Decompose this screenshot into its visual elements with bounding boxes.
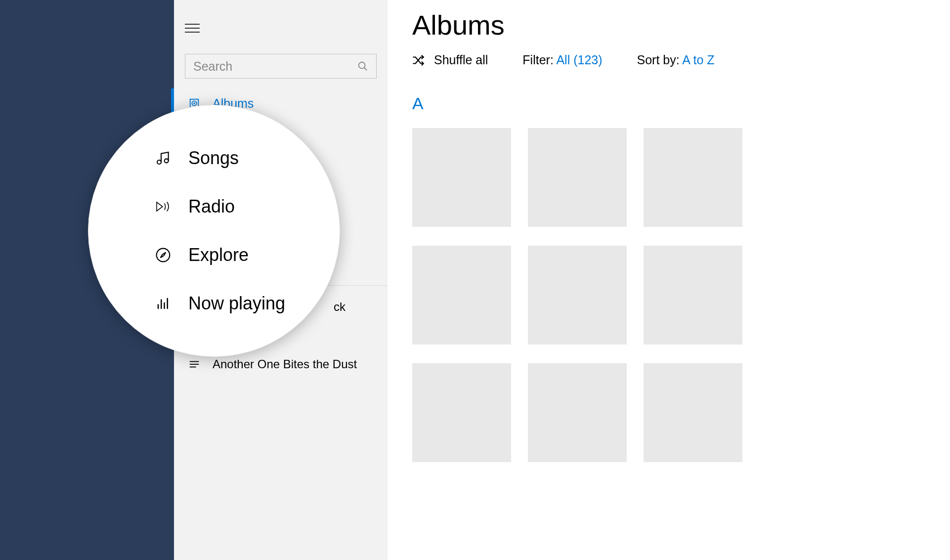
- svg-marker-15: [161, 253, 166, 258]
- svg-marker-13: [157, 202, 163, 211]
- alpha-section-header[interactable]: A: [412, 94, 950, 113]
- album-tile[interactable]: [644, 363, 742, 462]
- album-tile[interactable]: [412, 128, 511, 227]
- album-tile[interactable]: [644, 128, 742, 227]
- toolbar: Shuffle all Filter: All (123) Sort by: A…: [412, 53, 950, 67]
- magnifier-lens: Songs Radio Explore: [88, 105, 340, 357]
- lens-item-label: Songs: [188, 148, 239, 169]
- svg-point-12: [165, 159, 169, 163]
- playlist-label: Another One Bites the Dust: [213, 357, 357, 371]
- album-tile[interactable]: [528, 246, 627, 345]
- playlist-icon: [187, 360, 202, 369]
- svg-line-1: [364, 68, 367, 71]
- lens-item-songs[interactable]: Songs: [153, 148, 340, 169]
- sort-control[interactable]: Sort by: A to Z: [637, 53, 715, 67]
- svg-point-0: [359, 62, 365, 69]
- albums-grid: [412, 128, 950, 462]
- album-tile[interactable]: [528, 128, 627, 227]
- album-tile[interactable]: [528, 363, 627, 462]
- hamburger-menu-button[interactable]: [185, 17, 207, 39]
- filter-value[interactable]: All (123): [556, 53, 602, 67]
- filter-control[interactable]: Filter: All (123): [522, 53, 602, 67]
- lens-item-label: Explore: [188, 245, 249, 265]
- album-tile[interactable]: [644, 246, 742, 345]
- svg-point-11: [157, 160, 161, 164]
- music-note-icon: [153, 150, 173, 166]
- lens-item-explore[interactable]: Explore: [153, 245, 340, 265]
- equalizer-icon: [153, 296, 173, 311]
- search-placeholder: Search: [193, 59, 357, 74]
- page-title: Albums: [412, 9, 950, 41]
- radio-icon: [153, 199, 173, 214]
- svg-point-14: [157, 249, 170, 262]
- lens-item-label: Radio: [188, 196, 235, 217]
- lens-item-label: Now playing: [188, 293, 285, 314]
- shuffle-all-button[interactable]: Shuffle all: [412, 53, 488, 67]
- sort-value[interactable]: A to Z: [682, 53, 714, 67]
- svg-point-4: [194, 103, 195, 104]
- sort-label: Sort by:: [637, 53, 680, 67]
- lens-item-radio[interactable]: Radio: [153, 196, 340, 217]
- shuffle-icon: [412, 55, 425, 66]
- compass-icon: [153, 247, 173, 263]
- main-content: Albums Shuffle all Filter: All (123) Sor…: [388, 0, 950, 560]
- album-tile[interactable]: [412, 363, 511, 462]
- filter-label: Filter:: [522, 53, 554, 67]
- search-input[interactable]: Search: [185, 54, 377, 79]
- shuffle-label: Shuffle all: [434, 53, 488, 67]
- lens-item-now-playing[interactable]: Now playing: [153, 293, 340, 314]
- album-tile[interactable]: [412, 246, 511, 345]
- search-icon: [357, 61, 368, 72]
